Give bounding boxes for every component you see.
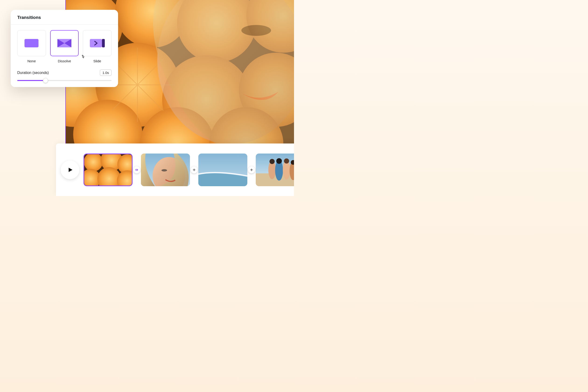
svg-point-37 xyxy=(284,158,289,164)
transitions-popover: Transitions None Dissolve xyxy=(11,10,118,87)
clip-strip xyxy=(84,154,294,186)
play-icon xyxy=(67,166,73,173)
svg-point-27 xyxy=(162,169,167,172)
transition-slot-1 xyxy=(132,166,141,173)
clip-beach-group[interactable] xyxy=(256,154,294,186)
none-icon xyxy=(23,37,40,49)
dissolve-icon xyxy=(135,168,138,172)
svg-point-17 xyxy=(241,25,271,36)
option-label: Slide xyxy=(93,59,101,63)
duration-label: Duration (seconds) xyxy=(17,71,49,75)
add-transition-button[interactable] xyxy=(191,166,198,173)
duration-row: Duration (seconds) 1.0s xyxy=(11,65,118,78)
svg-point-36 xyxy=(276,158,282,164)
clip-ocean-wave[interactable] xyxy=(198,154,247,186)
plus-icon xyxy=(250,168,254,172)
svg-rect-46 xyxy=(102,39,105,47)
transition-option-dissolve[interactable]: Dissolve xyxy=(50,30,79,63)
svg-rect-43 xyxy=(24,39,38,47)
transition-option-slide[interactable]: Slide xyxy=(83,30,112,63)
option-label: None xyxy=(27,59,36,63)
clip-oranges[interactable] xyxy=(84,154,132,186)
svg-point-35 xyxy=(270,159,275,164)
add-transition-button[interactable] xyxy=(248,166,255,173)
transition-badge-dissolve[interactable] xyxy=(133,166,140,173)
slider-fill xyxy=(17,80,46,81)
slider-thumb[interactable] xyxy=(43,78,48,83)
option-label: Dissolve xyxy=(58,59,71,63)
slide-icon xyxy=(89,37,106,49)
duration-value[interactable]: 1.0s xyxy=(100,70,112,76)
duration-slider[interactable] xyxy=(17,78,112,83)
timeline xyxy=(56,144,294,196)
transition-slot-3 xyxy=(247,166,256,173)
transition-slot-2 xyxy=(190,166,198,173)
popover-title: Transitions xyxy=(11,10,118,24)
transition-options: None Dissolve Slide xyxy=(11,24,118,65)
svg-rect-45 xyxy=(90,39,102,47)
clip-woman-portrait[interactable] xyxy=(141,154,190,186)
plus-icon xyxy=(192,168,196,172)
dissolve-icon xyxy=(56,37,72,49)
transition-option-none[interactable]: None xyxy=(17,30,46,63)
play-button[interactable] xyxy=(61,160,79,179)
